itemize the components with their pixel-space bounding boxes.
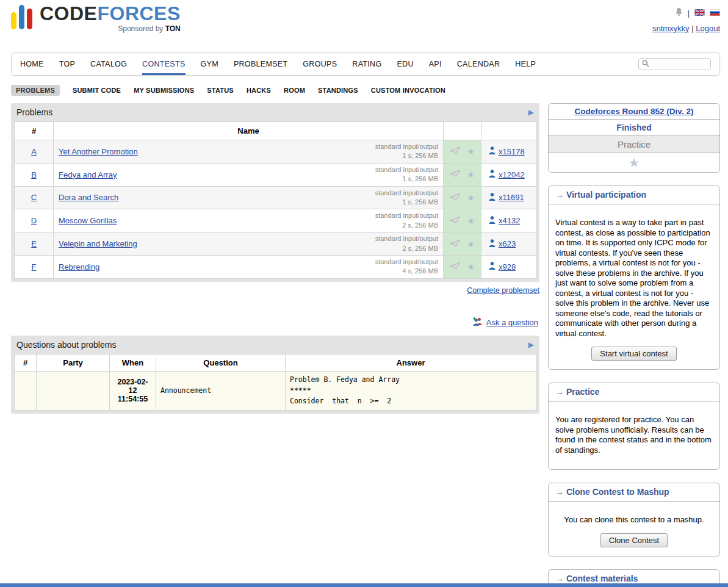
clone-contest-button[interactable]: Clone Contest	[600, 533, 668, 547]
header-right: |	[652, 4, 720, 50]
problem-row: E Velepin and Marketing standard input/o…	[15, 232, 536, 256]
ask-question-link[interactable]: Ask a question	[486, 318, 538, 327]
col-header-num: #	[15, 122, 54, 140]
submit-plane-icon[interactable]	[450, 146, 460, 156]
nav-problemset[interactable]: PROBLEMSET	[234, 53, 287, 75]
problem-letter-link[interactable]: B	[31, 170, 37, 179]
solved-person-icon	[489, 146, 496, 156]
problem-name-link[interactable]: Velepin and Marketing	[59, 239, 137, 248]
subnav-my-submissions[interactable]: MY SUBMISSIONS	[134, 87, 194, 94]
nav-help[interactable]: HELP	[515, 53, 536, 75]
problem-letter-link[interactable]: A	[31, 147, 37, 156]
problem-limits: standard input/output2 s, 256 MB	[375, 234, 438, 253]
submit-plane-icon[interactable]	[450, 170, 460, 179]
separator: |	[688, 9, 690, 18]
nav-top[interactable]: TOP	[59, 53, 75, 75]
separator: |	[691, 24, 693, 33]
favorite-star-icon[interactable]: ★	[467, 147, 475, 156]
subnav-problems[interactable]: PROBLEMS	[11, 85, 60, 96]
nav-catalog[interactable]: CATALOG	[90, 53, 127, 75]
solved-count-link[interactable]: x928	[499, 262, 516, 272]
nav-api[interactable]: API	[429, 53, 442, 75]
problem-letter-link[interactable]: C	[31, 193, 37, 202]
q-col-party: Party	[37, 354, 110, 371]
problem-row: B Fedya and Array standard input/output1…	[15, 163, 536, 186]
q-col-num: #	[15, 354, 37, 371]
col-header-name: Name	[54, 122, 444, 140]
search-input[interactable]	[651, 59, 707, 69]
problem-name-link[interactable]: Dora and Search	[59, 193, 118, 202]
logout-link[interactable]: Logout	[696, 24, 720, 33]
solved-count-link[interactable]: x15178	[499, 147, 525, 156]
solved-person-icon	[489, 216, 496, 226]
nav-gym[interactable]: GYM	[201, 53, 218, 75]
subnav-submit-code[interactable]: SUBMIT CODE	[73, 87, 121, 94]
solved-count-link[interactable]: x12042	[499, 170, 525, 179]
nav-rating[interactable]: RATING	[352, 53, 381, 75]
subnav-status[interactable]: STATUS	[207, 87, 234, 94]
problem-limits: standard input/output4 s, 256 MB	[375, 257, 438, 276]
favorite-star-icon[interactable]: ★	[467, 240, 475, 248]
problem-limits: standard input/output1 s, 256 MB	[375, 142, 438, 161]
favorite-star-icon[interactable]: ★	[467, 193, 475, 202]
clone-mashup-title: → Clone Contest to Mashup	[549, 483, 719, 502]
questions-caption: Questions about problems	[16, 340, 116, 350]
header: CODEFORCES Sponsored by TON |	[11, 4, 720, 50]
complete-problemset-link[interactable]: Complete problemset	[467, 286, 539, 295]
start-virtual-contest-button[interactable]: Start virtual contest	[591, 347, 676, 361]
question-answer: Problem B. Fedya and Array ***** Conside…	[286, 371, 536, 410]
questions-arrow-icon[interactable]: ▶	[528, 340, 534, 349]
questions-table: Questions about problems ▶ # Party When …	[11, 336, 539, 414]
nav-calendar[interactable]: CALENDAR	[457, 53, 500, 75]
next-contest-arrow-icon[interactable]: ▶	[528, 108, 534, 117]
question-text: Announcement	[156, 371, 286, 410]
question-num	[15, 371, 37, 410]
contest-box: Codeforces Round 852 (Div. 2) Finished P…	[548, 103, 720, 173]
problem-row: A Yet Another Promotion standard input/o…	[15, 140, 536, 164]
submit-plane-icon[interactable]	[450, 216, 460, 226]
practice-title: → Practice	[549, 383, 719, 402]
nav-groups[interactable]: GROUPS	[303, 53, 337, 75]
subnav-standings[interactable]: STANDINGS	[318, 87, 358, 94]
solved-count-link[interactable]: x4132	[499, 216, 520, 225]
submit-plane-icon[interactable]	[450, 239, 460, 249]
clone-mashup-text: You can clone this contest to a mashup.	[555, 515, 713, 525]
contest-title-link[interactable]: Codeforces Round 852 (Div. 2)	[575, 107, 694, 116]
problem-letter-link[interactable]: E	[31, 239, 37, 248]
problem-letter-link[interactable]: D	[31, 216, 37, 225]
sidebar: Codeforces Round 852 (Div. 2) Finished P…	[548, 103, 720, 587]
bell-icon[interactable]	[675, 7, 683, 18]
problem-name-link[interactable]: Fedya and Array	[59, 170, 117, 179]
english-flag-icon[interactable]	[694, 9, 705, 18]
problem-limits: standard input/output1 s, 256 MB	[375, 189, 438, 207]
problem-letter-link[interactable]: F	[32, 262, 37, 272]
favorite-star-icon[interactable]: ★	[467, 217, 475, 225]
search-box	[638, 58, 711, 70]
favorite-star-icon[interactable]: ★	[467, 262, 475, 271]
problem-name-link[interactable]: Rebrending	[59, 262, 99, 272]
nav-home[interactable]: HOME	[20, 53, 44, 75]
question-when: 2023-02-12 11:54:55	[110, 371, 156, 410]
codeforces-logo[interactable]: CODEFORCES Sponsored by TON	[11, 4, 181, 50]
submit-plane-icon[interactable]	[450, 193, 460, 203]
russian-flag-icon[interactable]	[710, 9, 720, 18]
subnav-custom-invocation[interactable]: CUSTOM INVOCATION	[371, 87, 445, 94]
submit-plane-icon[interactable]	[450, 262, 460, 272]
virtual-participation-text: Virtual contest is a way to take part in…	[555, 218, 713, 339]
favorite-star-icon[interactable]: ★	[467, 170, 475, 179]
solved-count-link[interactable]: x11691	[499, 193, 524, 202]
username-link[interactable]: sntmxykky	[652, 24, 690, 33]
problem-name-link[interactable]: Moscow Gorillas	[59, 216, 117, 225]
virtual-participation-box: → Virtual participation Virtual contest …	[548, 185, 720, 370]
subnav-room[interactable]: ROOM	[284, 87, 305, 94]
nav-contests[interactable]: CONTESTS	[142, 53, 185, 75]
logo-forces: FORCES	[97, 2, 180, 24]
solved-count-link[interactable]: x623	[499, 239, 516, 248]
contest-subnav: PROBLEMS SUBMIT CODE MY SUBMISSIONS STAT…	[11, 85, 720, 96]
problem-name-link[interactable]: Yet Another Promotion	[59, 147, 138, 156]
nav-edu[interactable]: EDU	[397, 53, 413, 75]
subnav-hacks[interactable]: HACKS	[247, 87, 271, 94]
contest-favorite-star-icon[interactable]: ★	[629, 156, 640, 170]
problems-table: Problems ▶ # Name	[11, 103, 539, 282]
sponsor-name: TON	[165, 24, 181, 33]
